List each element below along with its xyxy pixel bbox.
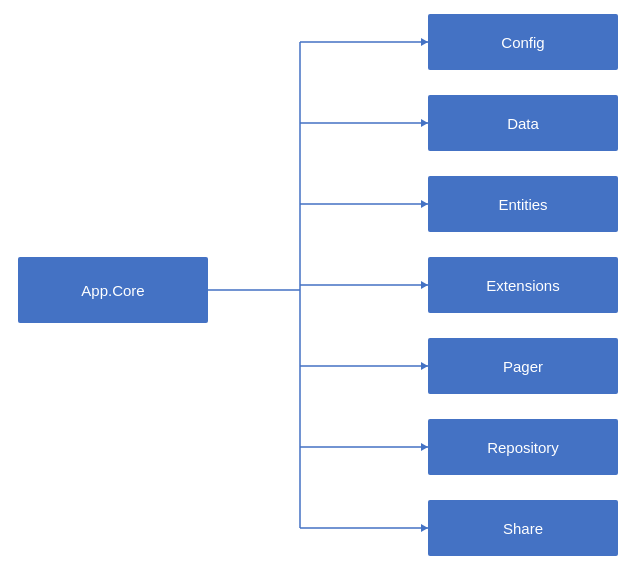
svg-marker-3 (421, 281, 428, 289)
svg-marker-4 (421, 362, 428, 370)
child-node-repository: Repository (428, 419, 618, 475)
svg-marker-1 (421, 119, 428, 127)
svg-marker-6 (421, 524, 428, 532)
child-node-data: Data (428, 95, 618, 151)
diagram: App.Core ConfigDataEntitiesExtensionsPag… (0, 0, 636, 578)
root-node: App.Core (18, 257, 208, 323)
svg-marker-0 (421, 38, 428, 46)
child-node-entities: Entities (428, 176, 618, 232)
svg-marker-2 (421, 200, 428, 208)
child-node-config: Config (428, 14, 618, 70)
child-node-pager: Pager (428, 338, 618, 394)
child-node-share: Share (428, 500, 618, 556)
svg-marker-5 (421, 443, 428, 451)
child-node-extensions: Extensions (428, 257, 618, 313)
